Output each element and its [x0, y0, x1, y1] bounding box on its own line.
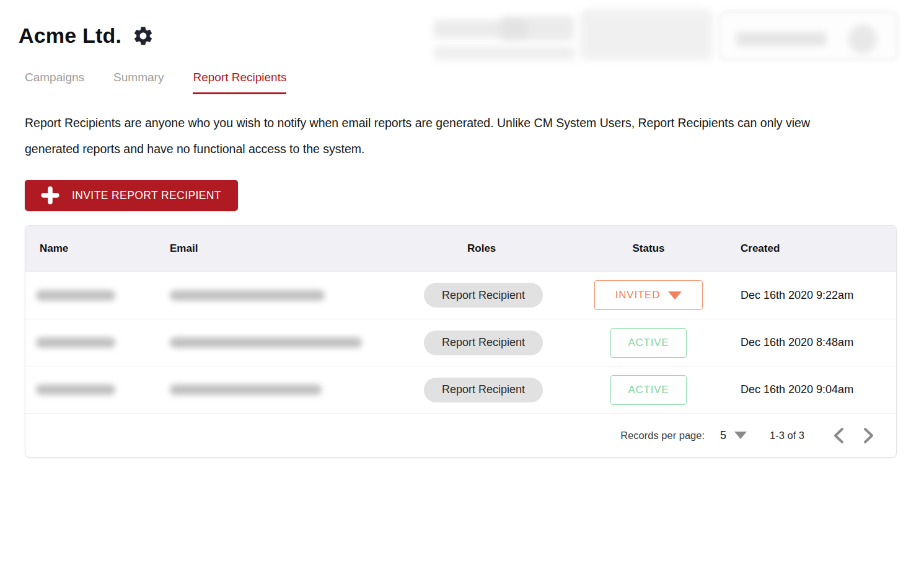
- recipient-name-redacted: [25, 384, 170, 395]
- report-recipients-description: Report Recipients are anyone who you wis…: [25, 110, 849, 162]
- recipient-email-redacted: [170, 384, 424, 395]
- table-header-row: Name Email Roles Status Created: [25, 226, 896, 272]
- status-badge: ACTIVE: [610, 375, 687, 405]
- roles-cell: Report Recipient: [424, 378, 594, 402]
- tab-summary[interactable]: Summary: [113, 71, 164, 94]
- roles-cell: Report Recipient: [424, 330, 594, 355]
- column-header-created: Created: [703, 242, 896, 255]
- chevron-down-icon: [734, 432, 747, 439]
- chevron-right-icon: [862, 427, 875, 444]
- redacted-text: [434, 46, 575, 60]
- invite-button-label: INVITE REPORT RECIPIENT: [72, 189, 221, 202]
- redacted-icon: [848, 25, 877, 53]
- table-body: Report Recipient INVITED Dec 16th 2020 9…: [25, 272, 896, 413]
- table-row: Report Recipient ACTIVE Dec 16th 2020 8:…: [25, 319, 896, 366]
- redacted-dropdown[interactable]: [719, 11, 899, 61]
- settings-button[interactable]: [131, 24, 155, 48]
- chevron-left-icon: [832, 427, 845, 444]
- redacted-text: [501, 16, 574, 41]
- records-per-page-label: Records per page:: [620, 430, 705, 441]
- created-cell: Dec 16th 2020 9:04am: [703, 383, 896, 396]
- column-header-status: Status: [594, 242, 703, 255]
- status-cell: ACTIVE: [594, 375, 703, 405]
- created-cell: Dec 16th 2020 8:48am: [703, 336, 896, 349]
- account-title: Acme Ltd.: [19, 24, 121, 48]
- tab-report-recipients[interactable]: Report Recipients: [193, 71, 286, 94]
- page-title: Acme Ltd.: [19, 24, 155, 48]
- status-cell: INVITED: [594, 280, 703, 310]
- recipient-email-redacted: [170, 290, 424, 301]
- app-header: Acme Ltd.: [0, 0, 924, 56]
- status-badge[interactable]: INVITED: [594, 280, 703, 310]
- role-badge: Report Recipient: [424, 330, 543, 355]
- chevron-down-icon: [668, 291, 682, 299]
- created-cell: Dec 16th 2020 9:22am: [703, 289, 896, 302]
- status-label: ACTIVE: [628, 337, 669, 349]
- status-badge: ACTIVE: [610, 328, 687, 358]
- plus-icon: [41, 186, 59, 205]
- column-header-roles: Roles: [424, 242, 594, 255]
- invite-report-recipient-button[interactable]: INVITE REPORT RECIPIENT: [25, 180, 238, 211]
- status-cell: ACTIVE: [594, 328, 703, 358]
- records-per-page-select[interactable]: 5: [720, 429, 747, 442]
- column-header-email: Email: [170, 242, 424, 255]
- page: Acme Ltd. Campaigns Summary Report Recip…: [0, 0, 924, 581]
- pagination-range: 1-3 of 3: [770, 430, 804, 441]
- status-label: ACTIVE: [628, 384, 669, 396]
- table-pagination: Records per page: 5 1-3 of 3: [25, 413, 896, 457]
- recipient-name-redacted: [25, 290, 170, 301]
- report-recipients-table: Name Email Roles Status Created Report R…: [25, 225, 897, 458]
- roles-cell: Report Recipient: [424, 283, 594, 308]
- redacted-label: [736, 32, 826, 46]
- recipient-email-redacted: [170, 337, 424, 348]
- previous-page-button[interactable]: [832, 427, 845, 444]
- gear-icon: [132, 25, 154, 47]
- next-page-button[interactable]: [862, 427, 875, 444]
- role-badge: Report Recipient: [424, 378, 543, 402]
- records-per-page-value: 5: [720, 429, 726, 442]
- tab-campaigns[interactable]: Campaigns: [25, 71, 84, 94]
- table-row: Report Recipient ACTIVE Dec 16th 2020 9:…: [25, 366, 896, 413]
- column-header-name: Name: [25, 242, 170, 255]
- tabbar: Campaigns Summary Report Recipients: [25, 71, 924, 94]
- table-row: Report Recipient INVITED Dec 16th 2020 9…: [25, 272, 896, 319]
- recipient-name-redacted: [25, 337, 170, 348]
- role-badge: Report Recipient: [424, 283, 543, 308]
- redacted-button[interactable]: [580, 9, 713, 60]
- status-label: INVITED: [615, 289, 661, 301]
